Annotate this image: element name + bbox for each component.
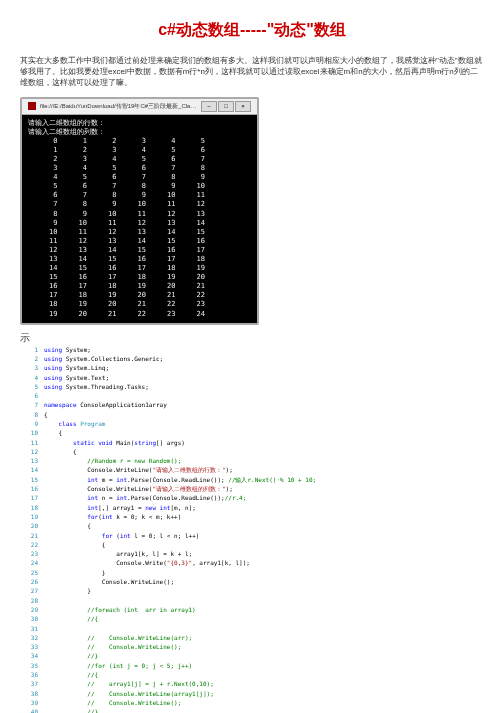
line-number: 18 <box>20 503 38 512</box>
code-line: 14 Console.WriteLine("请输入二维数组的行数："); <box>20 465 484 474</box>
code-line: 23 array1[k, l] = k + l; <box>20 549 484 558</box>
code-line: 7namespace ConsoleApplication1array <box>20 400 484 409</box>
code-line: 16 Console.WriteLine("请输入二维数组的列数："); <box>20 484 484 493</box>
line-number: 23 <box>20 549 38 558</box>
code-text: } <box>44 586 91 595</box>
line-number: 17 <box>20 493 38 502</box>
code-line: 1using System; <box>20 345 484 354</box>
line-number: 30 <box>20 614 38 623</box>
code-line: 4using System.Text; <box>20 373 484 382</box>
maximize-button[interactable]: □ <box>218 101 234 112</box>
line-number: 5 <box>20 382 38 391</box>
code-line: 35 //for (int j = 0; j < 5; j++) <box>20 661 484 670</box>
code-line: 36 //{ <box>20 670 484 679</box>
code-text: //} <box>44 651 98 660</box>
line-number: 15 <box>20 475 38 484</box>
code-text: // Console.WriteLine(); <box>44 642 181 651</box>
code-line: 9 class Program <box>20 419 484 428</box>
code-line: 21 for (int l = 0; l < n; l++) <box>20 531 484 540</box>
code-line: 3using System.Linq; <box>20 363 484 372</box>
console-title: file:///E:/BaiduYunDownload/传智19年C#三阶段最新… <box>40 102 197 111</box>
code-line: 26 Console.WriteLine(); <box>20 577 484 586</box>
line-number: 31 <box>20 624 38 633</box>
code-line: 25 } <box>20 568 484 577</box>
code-line: 17 int n = int.Parse(Console.ReadLine())… <box>20 493 484 502</box>
code-text: { <box>44 540 105 549</box>
code-text: int n = int.Parse(Console.ReadLine());//… <box>44 493 246 502</box>
code-line: 22 { <box>20 540 484 549</box>
code-text: using System.Text; <box>44 373 109 382</box>
code-line: 5using System.Threading.Tasks; <box>20 382 484 391</box>
line-number: 27 <box>20 586 38 595</box>
console-icon <box>28 102 36 110</box>
code-text: class Program <box>44 419 105 428</box>
line-number: 29 <box>20 605 38 614</box>
code-line: 34 //} <box>20 651 484 660</box>
line-number: 35 <box>20 661 38 670</box>
code-text: //for (int j = 0; j < 5; j++) <box>44 661 192 670</box>
code-text: //} <box>44 707 98 713</box>
code-line: 40 //} <box>20 707 484 713</box>
code-text: int m = int.Parse(Console.ReadLine()); /… <box>44 475 316 484</box>
line-number: 10 <box>20 428 38 437</box>
code-text: Console.WriteLine(); <box>44 577 174 586</box>
code-text: { <box>44 521 91 530</box>
line-number: 2 <box>20 354 38 363</box>
code-text: { <box>44 428 62 437</box>
line-number: 32 <box>20 633 38 642</box>
code-text: // Console.WriteLine(array1[j]); <box>44 689 214 698</box>
console-window: file:///E:/BaiduYunDownload/传智19年C#三阶段最新… <box>20 97 259 325</box>
line-number: 4 <box>20 373 38 382</box>
minimize-button[interactable]: − <box>201 101 217 112</box>
line-number: 36 <box>20 670 38 679</box>
code-text: using System; <box>44 345 91 354</box>
code-line: 39 // Console.WriteLine(); <box>20 698 484 707</box>
code-line: 20 { <box>20 521 484 530</box>
code-line: 38 // Console.WriteLine(array1[j]); <box>20 689 484 698</box>
line-number: 28 <box>20 596 38 605</box>
code-text: // Console.WriteLine(arr); <box>44 633 192 642</box>
close-button[interactable]: × <box>235 101 251 112</box>
prelude: 示 <box>20 331 484 345</box>
line-number: 3 <box>20 363 38 372</box>
line-number: 33 <box>20 642 38 651</box>
code-text: using System.Threading.Tasks; <box>44 382 149 391</box>
code-line: 6 <box>20 391 484 400</box>
line-number: 12 <box>20 447 38 456</box>
code-line: 11 static void Main(string[] args) <box>20 438 484 447</box>
line-number: 38 <box>20 689 38 698</box>
code-text: //{ <box>44 614 98 623</box>
code-line: 37 // array1[j] = j + r.Next(0,10); <box>20 679 484 688</box>
line-number: 22 <box>20 540 38 549</box>
code-text: //foreach (int arr in array1) <box>44 605 196 614</box>
code-line: 30 //{ <box>20 614 484 623</box>
code-line: 13 //Random r = new Random(); <box>20 456 484 465</box>
line-number: 24 <box>20 558 38 567</box>
code-text: int[,] array1 = new int[m, n]; <box>44 503 196 512</box>
line-number: 14 <box>20 465 38 474</box>
article-description: 其实在大多数工作中我们都通过前处理来确定我们的数组有多大。这样我们就可以声明相应… <box>20 55 484 89</box>
code-text: { <box>44 410 48 419</box>
console-titlebar: file:///E:/BaiduYunDownload/传智19年C#三阶段最新… <box>22 99 257 115</box>
line-number: 37 <box>20 679 38 688</box>
code-text: namespace ConsoleApplication1array <box>44 400 167 409</box>
code-text: } <box>44 568 105 577</box>
line-number: 25 <box>20 568 38 577</box>
code-line: 10 { <box>20 428 484 437</box>
code-line: 18 int[,] array1 = new int[m, n]; <box>20 503 484 512</box>
line-number: 19 <box>20 512 38 521</box>
code-text: { <box>44 447 77 456</box>
line-number: 7 <box>20 400 38 409</box>
code-line: 15 int m = int.Parse(Console.ReadLine())… <box>20 475 484 484</box>
window-controls: − □ × <box>201 101 251 112</box>
code-line: 33 // Console.WriteLine(); <box>20 642 484 651</box>
code-line: 28 <box>20 596 484 605</box>
line-number: 13 <box>20 456 38 465</box>
code-text: //Random r = new Random(); <box>44 456 181 465</box>
code-text: // array1[j] = j + r.Next(0,10); <box>44 679 214 688</box>
code-text: static void Main(string[] args) <box>44 438 185 447</box>
line-number: 26 <box>20 577 38 586</box>
code-line: 31 <box>20 624 484 633</box>
code-line: 24 Console.Write("{0,3}", array1[k, l]); <box>20 558 484 567</box>
code-text: array1[k, l] = k + l; <box>44 549 192 558</box>
